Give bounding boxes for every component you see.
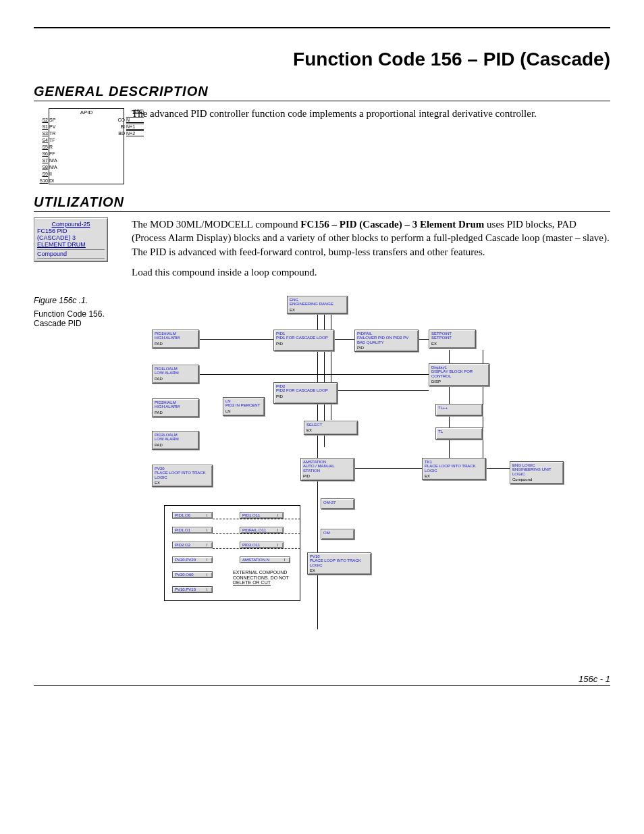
- apid-code: (156): [133, 109, 144, 113]
- diagram-note: EXTERNAL COMPOUNDCONNECTIONS. DO NOTDELE…: [233, 570, 289, 585]
- apid-row: S8N/A: [49, 163, 124, 170]
- apid-block-diagram: APID (156) S2SPCONS1PVBIN+1S3TRBDN+2S4TF…: [49, 108, 100, 184]
- diagram-block-eng: ENGENGINEERING RANGEEX: [287, 296, 348, 314]
- utilization-body-2: Load this compound inside a loop compoun…: [132, 265, 610, 279]
- diagram-smallblock-pv20o60: PV20.O60: [172, 571, 213, 578]
- diagram-block-tk1: TK1PLACE LOOP INTO TRACK LOGICEX: [422, 458, 486, 480]
- apid-row: S5R: [49, 143, 124, 150]
- diagram-block-pv20: PV20PLACE LOOP INTO TRACK LOGICEX: [152, 465, 213, 487]
- diagram-smallblock-amstationn: AMSTATION.N: [240, 556, 290, 563]
- diagram-block-pidfail: PIDFAILFAILOVER PID ON PID2 PV BAD QUALI…: [354, 330, 419, 352]
- diagram-smallblock-pid1o1: PID1.O1: [172, 527, 213, 533]
- compound-thumb-line: (CASCADE) 3: [37, 234, 105, 241]
- diagram-smallblock-pid2o2: PID2.O2: [172, 542, 213, 548]
- compound-thumb-header: Compound-25: [37, 221, 105, 228]
- diagram-block-om: OM: [321, 529, 354, 540]
- utilization-body-1: The MOD 30ML/MODCELL compound FC156 – PI…: [132, 217, 610, 259]
- diagram-block-pv10: PV10PLACE LOOP INTO TRACK LOGICEX: [307, 552, 371, 575]
- diagram-block-pid1: PID1PID1 FOR CASCADE LOOPPID: [273, 330, 334, 351]
- section-utilization-heading: UTILIZATION: [34, 194, 610, 212]
- section-general-heading: GENERAL DESCRIPTION: [34, 84, 610, 101]
- diagram-block-pid1loalm: PID1LOALMLOW ALARMPAD: [152, 365, 199, 384]
- diagram-smallblock-pidfailo11: PIDFAIL.O11: [240, 527, 284, 533]
- diagram-block-ln: LNPID2 IN PERCENTLN: [223, 397, 265, 416]
- diagram-block-tl1: TL++: [435, 404, 483, 416]
- diagram-smallblock-pid1o6: PID1.O6: [172, 512, 213, 519]
- diagram-block-pid1hialm: PID1HIALMHIGH ALARMPAD: [152, 330, 199, 348]
- diagram-block-amstation: AMSTATIONAUTO / MANUAL STATIONPID: [300, 458, 354, 481]
- apid-row: S4TF: [49, 136, 124, 143]
- figure-number: Figure 156c .1.: [34, 296, 122, 305]
- compound-thumb-line: ELEMENT DRUM: [37, 241, 105, 248]
- apid-title: APID: [49, 109, 124, 116]
- diagram-block-tl2: TL: [435, 427, 483, 440]
- diagram-smallblock-pid2o11: PID2.O11: [240, 542, 284, 548]
- figure-caption: Function Code 156. Cascade PID: [34, 309, 122, 328]
- diagram-smallblock-pv20pv20: PV20.PV20: [172, 556, 213, 563]
- diagram-block-pid2: PID2PID2 FOR CASCADE LOOPPID: [273, 382, 338, 404]
- apid-row: S1PVBIN+1: [49, 123, 124, 130]
- diagram-block-pid2hialm: PID2HIALMHIGH ALARMPAD: [152, 398, 199, 417]
- general-description-body: The advanced PID controller function cod…: [132, 107, 537, 120]
- page-footer: 156c - 1: [34, 674, 610, 686]
- diagram-smallblock-pv10pv10: PV10.PV10: [172, 586, 213, 593]
- diagram-block-om27: OM-27: [321, 498, 354, 509]
- diagram-block-select: SELECTEX: [304, 421, 358, 435]
- diagram-smallblock-pid1o11: PID1.O11: [240, 512, 284, 519]
- diagram-block-setpoint: SETPOINTSETPOINTEX: [429, 330, 476, 348]
- compound-thumbnail: Compound-25 FC156 PID (CASCADE) 3 ELEMEN…: [34, 217, 108, 262]
- page-title: Function Code 156 – PID (Cascade): [34, 49, 610, 70]
- apid-row: S3TRBDN+2: [49, 130, 124, 136]
- compound-thumb-line: FC156 PID: [37, 228, 105, 234]
- block-diagram: ENGENGINEERING RANGEEXPID1HIALMHIGH ALAR…: [132, 296, 610, 654]
- apid-row: S10DI: [49, 177, 124, 184]
- diagram-block-pid2loalm: PID2LOALMLOW ALARMPAD: [152, 431, 199, 450]
- apid-row: S9II: [49, 170, 124, 177]
- apid-row: S7N/A: [49, 157, 124, 163]
- apid-row: S2SPCON: [49, 116, 124, 123]
- compound-thumb-footer: Compound: [37, 249, 105, 259]
- diagram-block-display1: Display1DISPLAY BLOCK FOR CONTROLDISP: [429, 363, 489, 386]
- diagram-block-englogic: ENG LOGICENGINEERING UNIT LOGICCompound: [510, 461, 564, 484]
- apid-row: S6FF: [49, 150, 124, 157]
